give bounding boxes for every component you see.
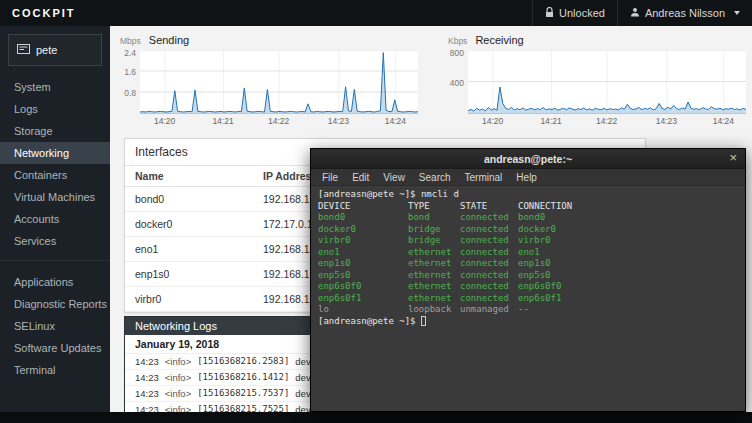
sidebar-item-storage[interactable]: Storage <box>0 120 110 142</box>
sending-x-axis: 14:2014:2114:2214:2314:24 <box>140 116 420 128</box>
terminal-cell: enp6s0f0 <box>518 281 561 293</box>
terminal-cell: ethernet <box>408 281 460 293</box>
sidebar-item-system[interactable]: System <box>0 76 110 98</box>
log-level: <info> <box>165 356 191 367</box>
receiving-chart-title: Receiving <box>475 34 523 46</box>
sidebar-nav-main: SystemLogsStorageNetworkingContainersVir… <box>0 76 110 252</box>
x-tick-label: 14:24 <box>713 116 734 126</box>
sidebar-item-containers[interactable]: Containers <box>0 164 110 186</box>
x-tick-label: 14:24 <box>385 116 406 126</box>
terminal-cell: bridge <box>408 235 460 247</box>
lock-icon <box>545 7 554 20</box>
receiving-plot-area <box>468 50 746 114</box>
log-level: <info> <box>165 372 191 383</box>
sending-plot-area <box>140 50 418 114</box>
log-time: 14:23 <box>135 372 159 383</box>
terminal-cursor <box>421 316 426 326</box>
terminal-cell: docker0 <box>518 224 556 236</box>
terminal-titlebar[interactable]: andreasn@pete:~ × <box>311 149 745 169</box>
sidebar-item-software-updates[interactable]: Software Updates <box>0 337 110 359</box>
terminal-cell: lo <box>318 304 408 316</box>
sending-y-axis: 0.81.62.4 <box>118 50 140 114</box>
terminal-line: eno1ethernetconnectedeno1 <box>318 247 738 259</box>
terminal-line: docker0bridgeconnecteddocker0 <box>318 224 738 236</box>
menu-help[interactable]: Help <box>509 172 544 183</box>
terminal-cell: enp6s0f1 <box>318 293 408 305</box>
terminal-cell: ethernet <box>408 258 460 270</box>
terminal-cell: STATE <box>460 201 518 213</box>
terminal-cell: enp5s0 <box>518 270 551 282</box>
y-tick-label: 2.4 <box>124 48 136 58</box>
terminal-cell: eno1 <box>318 247 408 259</box>
terminal-cell: enp1s0 <box>518 258 551 270</box>
log-time: 14:23 <box>135 404 159 412</box>
terminal-cell: connected <box>460 293 518 305</box>
close-icon[interactable]: × <box>729 151 737 164</box>
sidebar-item-networking[interactable]: Networking <box>0 142 110 164</box>
terminal-cell: bond0 <box>318 212 408 224</box>
terminal-line: bond0bondconnectedbond0 <box>318 212 738 224</box>
menu-search[interactable]: Search <box>412 172 458 183</box>
sending-chart-title: Sending <box>149 34 189 46</box>
terminal-cell: ethernet <box>408 293 460 305</box>
sending-chart: Mbps Sending 0.81.62.4 14:2014:2114:2214… <box>118 34 420 128</box>
log-time: 14:23 <box>135 356 159 367</box>
terminal-window[interactable]: andreasn@pete:~ × FileEditViewSearchTerm… <box>310 148 746 412</box>
sidebar: pete SystemLogsStorageNetworkingContaine… <box>0 26 110 412</box>
terminal-cell: connected <box>460 270 518 282</box>
terminal-menubar: FileEditViewSearchTerminalHelp <box>311 169 745 186</box>
terminal-cell: connected <box>460 258 518 270</box>
host-selector[interactable]: pete <box>8 34 102 66</box>
terminal-cell: connected <box>460 235 518 247</box>
x-tick-label: 14:21 <box>212 116 233 126</box>
terminal-cell: enp6s0f1 <box>518 293 561 305</box>
sidebar-item-diagnostic-reports[interactable]: Diagnostic Reports <box>0 293 110 315</box>
terminal-cell: virbr0 <box>318 235 408 247</box>
sidebar-item-accounts[interactable]: Accounts <box>0 208 110 230</box>
x-tick-label: 14:22 <box>268 116 289 126</box>
menu-file[interactable]: File <box>315 172 345 183</box>
log-time: 14:23 <box>135 388 159 399</box>
x-tick-label: 14:21 <box>540 116 561 126</box>
masthead: COCKPIT Unlocked Andreas Nilsson <box>0 0 752 26</box>
sidebar-divider <box>0 260 110 261</box>
terminal-cell: -- <box>518 304 529 316</box>
sidebar-item-terminal[interactable]: Terminal <box>0 359 110 381</box>
receiving-y-axis: 400800 <box>446 50 468 114</box>
log-timestamp: [1516368215.7525] <box>197 404 289 412</box>
desktop: COCKPIT Unlocked Andreas Nilsson pe <box>0 0 752 423</box>
terminal-cell: ethernet <box>408 247 460 259</box>
terminal-cell: connected <box>460 224 518 236</box>
terminal-cell: ethernet <box>408 270 460 282</box>
masthead-actions: Unlocked Andreas Nilsson <box>532 0 752 26</box>
receiving-x-axis: 14:2014:2114:2214:2314:24 <box>468 116 748 128</box>
sidebar-item-services[interactable]: Services <box>0 230 110 252</box>
terminal-cell: enp5s0 <box>318 270 408 282</box>
menu-terminal[interactable]: Terminal <box>458 172 510 183</box>
menu-edit[interactable]: Edit <box>345 172 376 183</box>
terminal-cell: connected <box>460 247 518 259</box>
user-name-label: Andreas Nilsson <box>645 7 725 19</box>
host-name: pete <box>36 44 57 56</box>
log-level: <info> <box>165 388 191 399</box>
log-level: <info> <box>165 404 191 412</box>
sidebar-item-virtual-machines[interactable]: Virtual Machines <box>0 186 110 208</box>
sidebar-item-logs[interactable]: Logs <box>0 98 110 120</box>
terminal-cell: docker0 <box>318 224 408 236</box>
unlocked-button[interactable]: Unlocked <box>532 0 617 26</box>
x-tick-label: 14:22 <box>596 116 617 126</box>
menu-view[interactable]: View <box>376 172 412 183</box>
y-tick-label: 1.6 <box>124 67 136 77</box>
terminal-title: andreasn@pete:~ <box>311 153 745 165</box>
x-tick-label: 14:23 <box>328 116 349 126</box>
terminal-line: enp6s0f1ethernetconnectedenp6s0f1 <box>318 293 738 305</box>
terminal-cell: eno1 <box>518 247 540 259</box>
terminal-cell: unmanaged <box>460 304 518 316</box>
sidebar-item-selinux[interactable]: SELinux <box>0 315 110 337</box>
terminal-cell: DEVICE <box>318 201 408 213</box>
column-header-name: Name <box>135 170 263 182</box>
terminal-output[interactable]: [andreasn@pete ~]$ nmcli dDEVICETYPESTAT… <box>311 186 745 411</box>
sidebar-item-applications[interactable]: Applications <box>0 271 110 293</box>
user-menu-button[interactable]: Andreas Nilsson <box>617 0 752 26</box>
terminal-cell: TYPE <box>408 201 460 213</box>
